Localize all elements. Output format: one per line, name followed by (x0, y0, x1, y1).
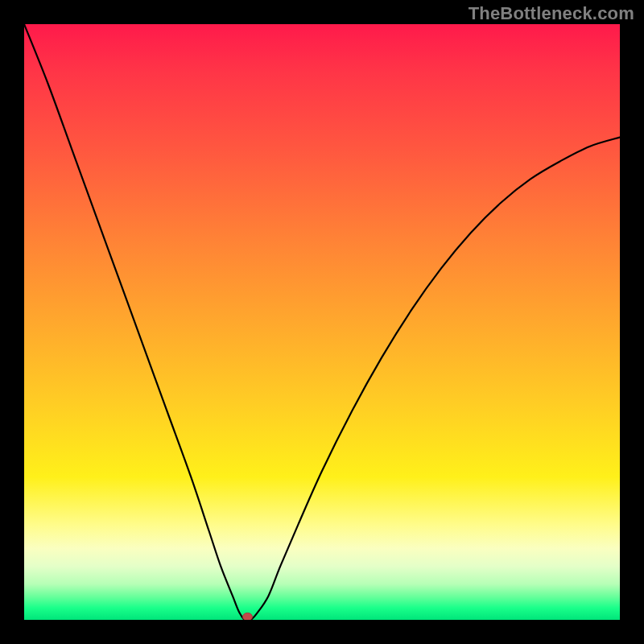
plot-area (24, 24, 620, 620)
curve-svg (24, 24, 620, 620)
minimum-marker (243, 613, 253, 620)
watermark-text: TheBottleneck.com (469, 3, 634, 24)
chart-container: TheBottleneck.com (0, 0, 644, 644)
bottleneck-curve (24, 24, 620, 620)
